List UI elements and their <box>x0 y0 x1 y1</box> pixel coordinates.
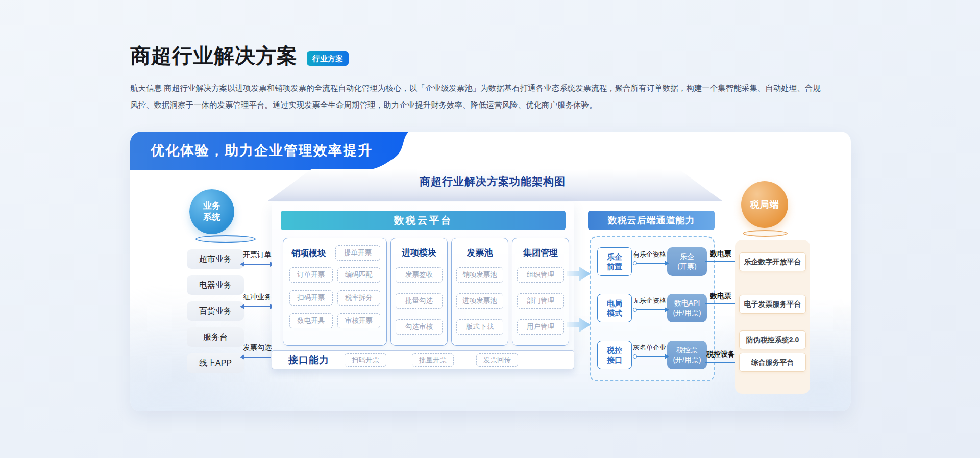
module-chip: 勾选审核 <box>396 319 443 335</box>
channel-header: 数税云后端通道能力 <box>588 211 715 230</box>
channel-condition-label: 灰名单企业 <box>633 343 666 352</box>
right-arrow-icon <box>636 309 666 310</box>
circle-base-ellipse <box>743 230 788 237</box>
channel-target-label: 数电API <box>674 298 700 308</box>
channel-condition-label: 无乐企资格 <box>633 296 666 306</box>
channel-source-label: 模式 <box>607 308 622 318</box>
module-title: 进项模块 <box>396 247 443 259</box>
channel-target-box: 税控票 (开/用票) <box>667 341 707 369</box>
tax-item: 乐企数字开放平台 <box>739 252 806 271</box>
output-label: 数电票 <box>703 292 739 301</box>
module-chip: 订单开票 <box>289 267 333 283</box>
page: 商超行业解决方案 行业方案 航天信息 商超行业解决方案以进项发票和销项发票的全流… <box>0 0 980 458</box>
module-title: 集团管理 <box>517 247 564 259</box>
module-chip: 发票签收 <box>396 267 443 283</box>
channel-source-label: 税控 <box>607 345 622 355</box>
module-card-purchase: 进项模块 发票签收 批量勾选 勾选审核 <box>390 238 448 346</box>
channel-source-box: 税控 接口 <box>597 341 632 369</box>
module-chip: 税率拆分 <box>337 290 381 306</box>
channel-source-box: 乐企 前置 <box>597 247 632 276</box>
module-chip: 审核开票 <box>337 313 381 328</box>
diagram-title: 商超行业解决方案功能架构图 <box>339 174 646 189</box>
module-chip: 部门管理 <box>517 293 564 309</box>
ribbon-banner: 优化体验，助力企业管理效率提升 <box>151 132 373 170</box>
channel-target-label: (开/用票) <box>673 308 701 318</box>
channel-source-label: 接口 <box>607 355 622 365</box>
platform-header: 数税云平台 <box>281 211 566 230</box>
channel-row: 税控 接口 灰名单企业 税控票 (开/用票) <box>597 341 707 369</box>
interface-chip: 发票回传 <box>476 353 518 367</box>
module-card-group-mgmt: 集团管理 组织管理 部门管理 用户管理 <box>512 238 569 346</box>
business-item: 线上APP <box>187 353 244 373</box>
solution-card: 优化体验，助力企业管理效率提升 商超行业解决方案功能架构图 业务 系统 超市业务… <box>130 132 851 411</box>
interface-title: 接口能力 <box>288 353 329 367</box>
tax-item: 防伪税控系统2.0 <box>739 330 806 349</box>
channel-source-label: 电局 <box>607 298 622 308</box>
module-chip: 进项发票池 <box>456 293 503 309</box>
double-arrow-icon <box>243 306 271 307</box>
channel-source-box: 电局 模式 <box>597 294 632 322</box>
tax-bureau-panel: 乐企数字开放平台 电子发票服务平台 防伪税控系统2.0 综合服务平台 <box>735 240 810 394</box>
description-line: 航天信息 商超行业解决方案以进项发票和销项发票的全流程自动化管理为核心，以「企业… <box>130 80 852 96</box>
channel-row: 电局 模式 无乐企资格 数电API (开/用票) <box>597 294 707 322</box>
channel-target-box: 乐企 (开票) <box>667 247 707 276</box>
channel-condition-label: 有乐企资格 <box>633 250 666 259</box>
business-item: 电器业务 <box>187 275 244 295</box>
left-arrow-icon <box>243 357 271 358</box>
module-chip: 组织管理 <box>517 267 564 283</box>
right-arrow-icon <box>636 356 666 357</box>
tax-bureau-circle: 税局端 <box>741 181 788 228</box>
connector-line <box>705 261 737 262</box>
module-chip: 数电开具 <box>289 313 333 328</box>
interface-chip: 批量开票 <box>412 353 454 367</box>
channel-target-label: (开票) <box>677 262 696 271</box>
page-title: 商超行业解决方案 <box>130 42 298 70</box>
channel-source-label: 乐企 <box>607 252 622 262</box>
connector-line <box>705 303 737 304</box>
output-label: 税控设备 <box>703 350 739 359</box>
right-arrow-icon <box>636 263 666 264</box>
connector-line <box>705 362 737 363</box>
channel-target-box: 数电API (开/用票) <box>667 294 707 322</box>
module-chip: 批量勾选 <box>396 293 443 309</box>
business-list: 超市业务 电器业务 百货业务 服务台 线上APP <box>187 249 244 373</box>
channel-target-label: 税控票 <box>676 345 698 355</box>
circle-base-ellipse <box>195 235 256 243</box>
module-row: 销项模块 提单开票 订单开票 编码匹配 扫码开票 税率拆分 数电开具 审核开票 … <box>283 238 569 346</box>
channel-target-label: 乐企 <box>680 252 694 262</box>
module-chip: 销项发票池 <box>456 267 503 283</box>
module-chip: 提单开票 <box>335 245 380 261</box>
business-circle-label: 系统 <box>203 212 220 223</box>
tax-item: 综合服务平台 <box>739 353 806 372</box>
module-title: 发票池 <box>456 247 503 259</box>
channel-connector: 灰名单企业 <box>632 341 667 369</box>
module-chip: 版式下载 <box>456 319 503 335</box>
channel-connector: 有乐企资格 <box>632 247 667 276</box>
channel-dashed-container: 乐企 前置 有乐企资格 乐企 (开票) 电局 模式 无乐企资格 <box>590 236 715 381</box>
industry-badge: 行业方案 <box>307 51 349 66</box>
business-system-circle: 业务 系统 <box>189 189 234 234</box>
tax-item: 电子发票服务平台 <box>739 295 806 314</box>
module-title: 销项模块 <box>291 247 326 259</box>
page-description: 航天信息 商超行业解决方案以进项发票和销项发票的全流程自动化管理为核心，以「企业… <box>130 80 852 113</box>
channel-row: 乐企 前置 有乐企资格 乐企 (开票) <box>597 247 707 276</box>
channel-target-label: (开/用票) <box>673 355 701 365</box>
channel-source-label: 前置 <box>607 262 622 271</box>
business-circle-label: 业务 <box>203 200 220 212</box>
description-line: 风控、数据洞察于一体的发票管理平台。通过实现发票全生命周期管理，助力企业提升财务… <box>130 96 852 113</box>
module-card-invoice-pool: 发票池 销项发票池 进项发票池 版式下载 <box>451 238 508 346</box>
module-card-sales: 销项模块 提单开票 订单开票 编码匹配 扫码开票 税率拆分 数电开具 审核开票 <box>283 238 387 346</box>
output-label: 数电票 <box>703 249 739 259</box>
business-item: 百货业务 <box>187 301 244 321</box>
interface-chip: 扫码开票 <box>345 353 386 367</box>
module-chip: 扫码开票 <box>289 290 333 306</box>
channel-connector: 无乐企资格 <box>632 294 667 322</box>
interface-bar: 接口能力 扫码开票 批量开票 发票回传 <box>272 350 574 369</box>
double-arrow-icon <box>243 264 271 265</box>
module-chip: 编码匹配 <box>337 267 381 283</box>
module-chip: 用户管理 <box>517 319 564 335</box>
